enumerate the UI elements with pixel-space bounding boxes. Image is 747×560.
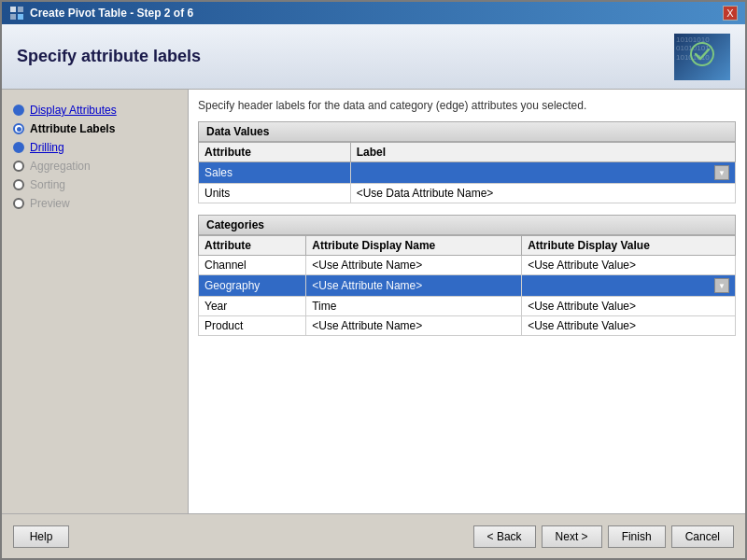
instruction-text: Specify header labels for the data and c… — [198, 99, 736, 112]
cat-display-name-cell: Time — [306, 297, 522, 316]
footer-right: < Back Next > Finish Cancel — [473, 525, 734, 548]
categories-row[interactable]: Channel<Use Attribute Name><Use Attribut… — [199, 256, 736, 275]
sidebar-label-preview: Preview — [30, 197, 70, 210]
header-logo: 10101010 01010101 10101010 — [674, 34, 730, 80]
categories-row[interactable]: Product<Use Attribute Name><Use Attribut… — [199, 316, 736, 336]
window: Create Pivot Table - Step 2 of 6 X Speci… — [0, 0, 747, 560]
cat-attribute-cell: Channel — [199, 256, 306, 275]
svg-rect-3 — [18, 14, 23, 20]
col-attribute: Attribute — [199, 143, 351, 162]
svg-rect-1 — [18, 7, 23, 12]
dv-attribute-cell: Sales — [199, 162, 351, 184]
next-button[interactable]: Next > — [542, 525, 602, 548]
label-dropdown[interactable] — [714, 165, 729, 180]
sidebar: Display Attributes Attribute Labels Dril… — [2, 90, 189, 513]
cancel-button[interactable]: Cancel — [671, 525, 734, 548]
col-cat-display-name: Attribute Display Name — [306, 236, 522, 256]
svg-rect-2 — [10, 14, 16, 20]
sidebar-item-attribute-labels[interactable]: Attribute Labels — [9, 119, 180, 138]
data-values-table: Attribute Label SalesUnits<Use Data Attr… — [198, 142, 736, 203]
cat-display-name-cell: <Use Attribute Name> — [306, 275, 522, 297]
sidebar-item-aggregation: Aggregation — [9, 157, 180, 175]
categories-row[interactable]: Geography<Use Attribute Name> — [199, 275, 736, 297]
categories-row[interactable]: YearTime<Use Attribute Value> — [199, 297, 736, 316]
cat-display-value-cell: <Use Attribute Value> — [522, 316, 736, 336]
dv-label-cell — [350, 162, 735, 184]
window-title: Create Pivot Table - Step 2 of 6 — [30, 7, 193, 20]
close-button[interactable]: X — [723, 6, 738, 21]
title-bar-left: Create Pivot Table - Step 2 of 6 — [9, 6, 193, 21]
footer-area: Help < Back Next > Finish Cancel — [2, 513, 745, 558]
cat-attribute-cell: Product — [199, 316, 306, 336]
svg-rect-0 — [10, 7, 16, 12]
svg-point-4 — [691, 43, 713, 65]
data-values-row[interactable]: Units<Use Data Attribute Name> — [199, 184, 736, 203]
pivot-table-icon — [9, 6, 24, 21]
sidebar-dot-preview — [13, 198, 24, 209]
dv-label-cell: <Use Data Attribute Name> — [350, 184, 735, 203]
cat-display-name-cell: <Use Attribute Name> — [306, 316, 522, 336]
cat-attribute-cell: Year — [199, 297, 306, 316]
back-button[interactable]: < Back — [473, 525, 536, 548]
sidebar-dot-aggregation — [13, 161, 24, 172]
data-values-header: Data Values — [198, 121, 736, 142]
sidebar-dot-display — [13, 105, 24, 116]
sidebar-item-drilling[interactable]: Drilling — [9, 138, 180, 157]
sidebar-label-attribute-labels: Attribute Labels — [30, 122, 115, 135]
page-title: Specify attribute labels — [17, 47, 201, 66]
main-content: Specify header labels for the data and c… — [189, 90, 745, 513]
col-cat-attribute: Attribute — [199, 236, 306, 256]
categories-table: Attribute Attribute Display Name Attribu… — [198, 235, 736, 336]
cat-value-dropdown[interactable] — [714, 278, 729, 293]
sidebar-item-display-attributes[interactable]: Display Attributes — [9, 101, 180, 119]
finish-button[interactable]: Finish — [608, 525, 666, 548]
logo-icon — [688, 40, 716, 74]
cat-display-name-cell: <Use Attribute Name> — [306, 256, 522, 275]
footer-left: Help — [13, 525, 69, 548]
cat-display-value-cell — [522, 275, 736, 297]
sidebar-label-drilling: Drilling — [30, 141, 64, 154]
sidebar-dot-labels — [13, 123, 24, 134]
sidebar-dot-sorting — [13, 179, 24, 190]
data-values-row[interactable]: Sales — [199, 162, 736, 184]
main-panel: Specify header labels for the data and c… — [189, 90, 745, 513]
categories-header: Categories — [198, 215, 736, 235]
sidebar-label-display-attributes: Display Attributes — [30, 104, 117, 117]
sidebar-label-aggregation: Aggregation — [30, 160, 91, 173]
cat-display-value-cell: <Use Attribute Value> — [522, 256, 736, 275]
sidebar-dot-drilling — [13, 142, 24, 153]
cat-display-value-cell: <Use Attribute Value> — [522, 297, 736, 316]
col-cat-display-value: Attribute Display Value — [522, 236, 736, 256]
col-label: Label — [350, 143, 735, 162]
title-bar: Create Pivot Table - Step 2 of 6 X — [2, 2, 745, 24]
sidebar-item-preview: Preview — [9, 194, 180, 213]
sidebar-item-sorting: Sorting — [9, 175, 180, 194]
cat-attribute-cell: Geography — [199, 275, 306, 297]
content-area: Display Attributes Attribute Labels Dril… — [2, 90, 745, 513]
header-area: Specify attribute labels 10101010 010101… — [2, 24, 745, 90]
dv-attribute-cell: Units — [199, 184, 351, 203]
help-button[interactable]: Help — [13, 525, 69, 548]
sidebar-label-sorting: Sorting — [30, 178, 65, 191]
